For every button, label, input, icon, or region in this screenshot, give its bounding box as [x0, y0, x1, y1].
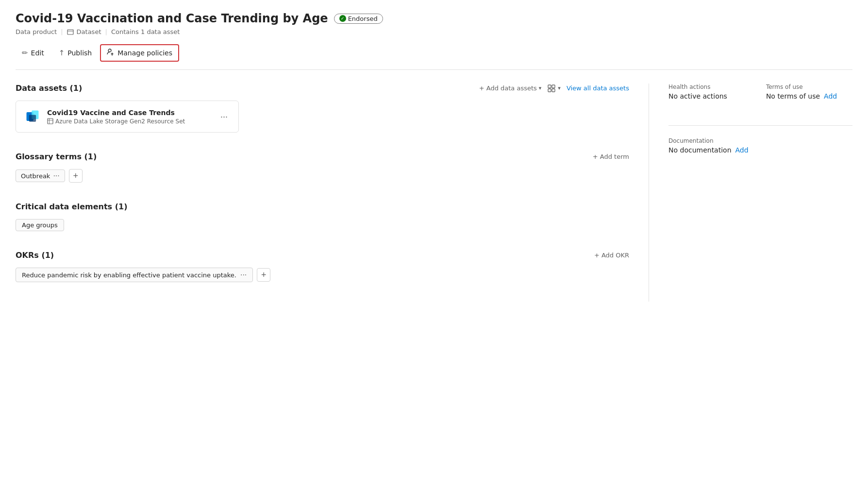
terms-of-use-value: No terms of use Add: [766, 92, 837, 100]
add-term-label: + Add term: [593, 153, 629, 160]
terms-of-use-text: No terms of use: [766, 92, 820, 100]
glossary-term-outbreak[interactable]: Outbreak ···: [16, 169, 65, 182]
breadcrumb-data-product: Data product: [16, 28, 57, 35]
terms-of-use-section: Terms of use No terms of use Add: [766, 84, 837, 100]
asset-more-button[interactable]: ···: [217, 111, 231, 122]
page-title: Covid-19 Vaccination and Case Trending b…: [16, 12, 328, 25]
manage-policies-label: Manage policies: [117, 49, 172, 57]
okrs-header: OKRs (1) + Add OKR: [16, 251, 629, 260]
data-assets-title: Data assets (1): [16, 84, 82, 93]
grid-icon: [547, 84, 556, 93]
endorsed-label: Endorsed: [348, 15, 378, 22]
data-assets-section: Data assets (1) + Add data assets ▾: [16, 84, 629, 133]
cde-section: Critical data elements (1) Age groups: [16, 202, 629, 231]
asset-icon: [24, 108, 41, 125]
right-top-row: Health actions No active actions Terms o…: [668, 84, 852, 114]
breadcrumb-dataset-icon: Dataset: [67, 28, 101, 35]
health-actions-section: Health actions No active actions: [668, 84, 727, 100]
documentation-text: No documentation: [668, 146, 732, 154]
svg-rect-10: [48, 118, 53, 124]
svg-rect-5: [548, 89, 551, 92]
toolbar: ✏ Edit ↑ Publish Manage policies: [16, 44, 852, 70]
terms-of-use-label: Terms of use: [766, 84, 837, 90]
breadcrumb-sep1: |: [61, 28, 63, 35]
edit-button[interactable]: ✏ Edit: [16, 45, 50, 61]
svg-rect-4: [552, 85, 555, 88]
add-term-button[interactable]: + Add term: [593, 153, 629, 160]
asset-info: Covid19 Vaccine and Case Trends Azure Da…: [47, 109, 212, 125]
cde-title: Critical data elements (1): [16, 202, 127, 211]
layout-chevron-icon: ▾: [558, 85, 561, 91]
breadcrumb-sep2: |: [105, 28, 107, 35]
left-column: Data assets (1) + Add data assets ▾: [16, 84, 629, 302]
okrs-title: OKRs (1): [16, 251, 54, 260]
svg-point-2: [108, 49, 111, 52]
health-actions-value: No active actions: [668, 92, 727, 100]
documentation-add-link[interactable]: Add: [735, 146, 749, 154]
cde-list: Age groups: [16, 219, 629, 231]
okr-label: Reduce pandemic risk by enabling effecti…: [22, 271, 236, 279]
publish-button[interactable]: ↑ Publish: [52, 45, 98, 61]
svg-rect-6: [552, 89, 555, 92]
manage-policies-button[interactable]: Manage policies: [100, 44, 179, 62]
data-assets-actions: + Add data assets ▾ ▾ View all data asse…: [479, 84, 629, 93]
page-header: Covid-19 Vaccination and Case Trending b…: [16, 12, 852, 25]
add-okr-label: + Add OKR: [594, 252, 629, 259]
okrs-section: OKRs (1) + Add OKR Reduce pandemic risk …: [16, 251, 629, 282]
outbreak-more-button[interactable]: ···: [53, 172, 59, 180]
edit-label: Edit: [31, 49, 44, 57]
okr-text[interactable]: Reduce pandemic risk by enabling effecti…: [16, 268, 253, 282]
svg-rect-0: [67, 30, 73, 34]
asset-type-label: Azure Data Lake Storage Gen2 Resource Se…: [55, 118, 185, 125]
endorsed-badge: ✓ Endorsed: [334, 14, 383, 24]
glossary-terms-list: Outbreak ··· +: [16, 169, 629, 183]
manage-policies-icon: [107, 48, 115, 58]
edit-icon: ✏: [22, 49, 28, 57]
asset-type: Azure Data Lake Storage Gen2 Resource Se…: [47, 118, 212, 125]
publish-label: Publish: [67, 49, 92, 57]
add-okr-plus-button[interactable]: +: [257, 268, 270, 282]
glossary-term-label: Outbreak: [21, 172, 50, 180]
svg-rect-3: [548, 85, 551, 88]
right-divider: [668, 125, 852, 126]
cde-header: Critical data elements (1): [16, 202, 629, 211]
view-all-data-assets-link[interactable]: View all data assets: [567, 84, 629, 92]
documentation-value: No documentation Add: [668, 146, 852, 154]
terms-of-use-add-link[interactable]: Add: [824, 92, 837, 100]
breadcrumb: Data product | Dataset | Contains 1 data…: [16, 28, 852, 35]
cde-age-groups[interactable]: Age groups: [16, 219, 64, 231]
endorsed-check-icon: ✓: [339, 15, 346, 22]
publish-icon: ↑: [59, 49, 65, 57]
okr-more-button[interactable]: ···: [240, 271, 247, 279]
main-layout: Data assets (1) + Add data assets ▾: [16, 84, 852, 302]
right-panel: Health actions No active actions Terms o…: [649, 84, 852, 302]
breadcrumb-contains: Contains 1 data asset: [111, 28, 180, 35]
data-asset-card[interactable]: Covid19 Vaccine and Case Trends Azure Da…: [16, 101, 239, 133]
add-data-assets-button[interactable]: + Add data assets ▾: [479, 84, 542, 92]
breadcrumb-dataset: Dataset: [77, 28, 101, 35]
documentation-label: Documentation: [668, 137, 852, 144]
data-assets-header: Data assets (1) + Add data assets ▾: [16, 84, 629, 93]
view-layout-button[interactable]: ▾: [547, 84, 561, 93]
add-glossary-term-button[interactable]: +: [69, 169, 83, 183]
okr-item: Reduce pandemic risk by enabling effecti…: [16, 268, 629, 282]
asset-type-icon: [47, 118, 53, 124]
glossary-terms-title: Glossary terms (1): [16, 152, 97, 161]
health-actions-label: Health actions: [668, 84, 727, 90]
svg-rect-9: [29, 115, 36, 121]
asset-name: Covid19 Vaccine and Case Trends: [47, 109, 212, 117]
add-data-assets-chevron-icon: ▾: [539, 85, 542, 91]
add-data-assets-label: + Add data assets: [479, 84, 537, 92]
glossary-terms-header: Glossary terms (1) + Add term: [16, 152, 629, 161]
glossary-terms-section: Glossary terms (1) + Add term Outbreak ·…: [16, 152, 629, 183]
add-okr-button[interactable]: + Add OKR: [594, 252, 629, 259]
cde-label: Age groups: [22, 221, 58, 229]
documentation-section: Documentation No documentation Add: [668, 137, 852, 154]
